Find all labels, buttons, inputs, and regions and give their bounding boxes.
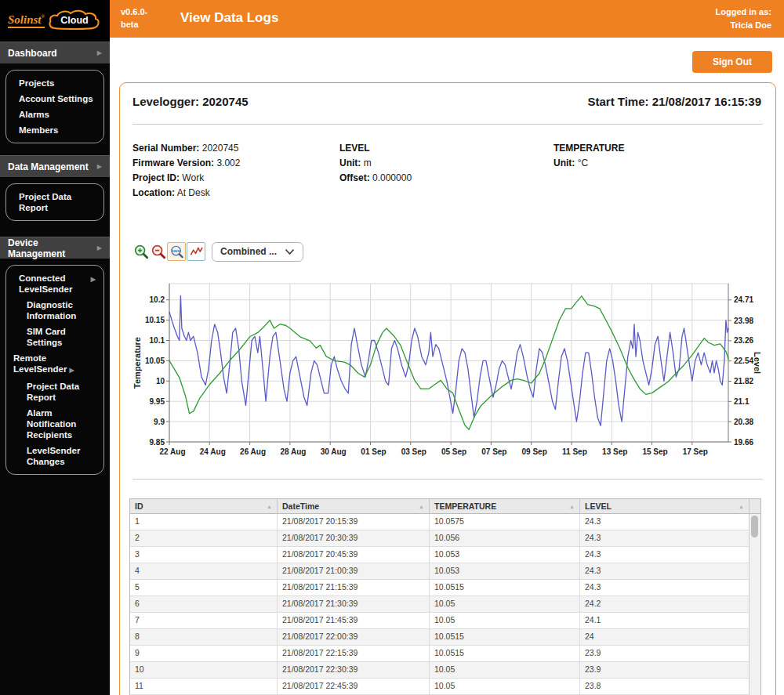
- sidebar-item-sim-card-settings[interactable]: SIM Card Settings: [6, 324, 103, 350]
- table-cell: 10.05: [430, 679, 580, 694]
- svg-text:9.85: 9.85: [150, 438, 165, 447]
- table-row: 121/08/2017 20:15:3910.057524.3: [130, 514, 760, 530]
- sidebar-item-projects[interactable]: Projects: [6, 75, 103, 91]
- svg-text:10.15: 10.15: [145, 316, 165, 324]
- svg-text:10: 10: [156, 377, 165, 386]
- sidebar-item-project-data-report[interactable]: Project Data Report: [6, 189, 103, 215]
- table-cell: 24.1: [580, 613, 750, 628]
- scrollbar-thumb[interactable]: [751, 516, 758, 538]
- sort-asc-icon: ▲: [739, 504, 744, 509]
- sidebar-section-dashboard[interactable]: Dashboard ▶: [0, 42, 110, 63]
- chevron-right-icon: ▶: [97, 49, 102, 56]
- level-info-column: LEVEL Unit: m Offset: 0.000000: [339, 141, 412, 186]
- sidebar: Solinst® Cloud Dashboard ▶ Projects Acco…: [0, 0, 110, 695]
- sidebar-item-remote-project-data-report[interactable]: Project Data Report: [6, 378, 103, 405]
- table-cell: 3: [130, 547, 278, 563]
- table-cell: 10.053: [430, 547, 580, 563]
- table-cell: 23.9: [580, 662, 750, 678]
- sidebar-section-data-management[interactable]: Data Management ▶: [0, 155, 110, 177]
- svg-text:15 Sep: 15 Sep: [642, 447, 667, 456]
- column-header-temperature[interactable]: TEMPERATURE▲: [430, 499, 580, 513]
- cloud-logo-icon: Cloud: [47, 9, 102, 33]
- table-cell: 8: [130, 629, 278, 645]
- cloud-logo-label: Cloud: [47, 15, 102, 26]
- table-row: 421/08/2017 21:00:3910.05324.3: [130, 563, 760, 580]
- table-cell: 21/08/2017 20:15:39: [278, 514, 430, 530]
- column-header-id[interactable]: ID▲: [130, 499, 278, 513]
- table-body: 121/08/2017 20:15:3910.057524.3221/08/20…: [130, 514, 760, 695]
- table-cell: 10.0515: [430, 646, 580, 661]
- sidebar-item-remote-levelsender[interactable]: Remote LevelSender▶: [6, 350, 103, 378]
- zoom-in-icon[interactable]: [132, 243, 150, 260]
- svg-text:01 Sep: 01 Sep: [361, 447, 386, 456]
- table-cell: 11: [130, 679, 278, 694]
- table-cell: 24.3: [580, 580, 750, 595]
- column-header-datetime[interactable]: DateTime▲: [278, 499, 430, 513]
- svg-text:21.82: 21.82: [734, 377, 753, 386]
- table-row: 821/08/2017 22:00:3910.051524: [130, 629, 760, 646]
- sidebar-item-alarms[interactable]: Alarms: [6, 107, 103, 122]
- sidebar-section-device-management[interactable]: Device Management ▶: [0, 237, 110, 259]
- table-row: 1021/08/2017 22:30:3910.0523.9: [130, 662, 760, 679]
- svg-text:23.98: 23.98: [734, 317, 753, 325]
- device-info-column: Serial Number: 2020745 Firmware Version:…: [132, 141, 240, 201]
- sidebar-item-account-settings[interactable]: Account Settings: [6, 91, 103, 107]
- table-cell: 5: [130, 580, 278, 595]
- table-cell: 21/08/2017 21:45:39: [278, 613, 430, 628]
- table-row: 221/08/2017 20:30:3910.05624.3: [130, 530, 760, 547]
- table-cell: 10.053: [430, 563, 580, 579]
- combined-line-chart[interactable]: 9.859.99.951010.0510.110.1510.219.6620.3…: [132, 271, 763, 469]
- table-cell: 1: [130, 514, 278, 530]
- sidebar-section-label: Data Management: [8, 161, 97, 172]
- top-header-bar: v0.6.0- beta View Data Logs Logged in as…: [110, 0, 784, 38]
- svg-text:Temperature: Temperature: [132, 337, 142, 389]
- column-header-level[interactable]: LEVEL▲: [580, 499, 750, 513]
- sort-asc-icon: ▲: [419, 504, 424, 509]
- data-management-submenu: Project Data Report: [5, 183, 104, 221]
- table-cell: 7: [130, 613, 278, 628]
- table-vertical-scrollbar[interactable]: [749, 514, 760, 695]
- table-header-row: ID▲ DateTime▲ TEMPERATURE▲ LEVEL▲: [130, 499, 760, 514]
- svg-text:30 Aug: 30 Aug: [321, 447, 347, 456]
- svg-text:9.95: 9.95: [150, 397, 165, 406]
- table-cell: 10.05: [430, 613, 580, 628]
- table-row: 321/08/2017 20:45:3910.05324.3: [130, 547, 760, 563]
- svg-text:13 Sep: 13 Sep: [602, 447, 627, 456]
- svg-text:09 Sep: 09 Sep: [522, 447, 547, 456]
- sign-out-button[interactable]: Sign Out: [692, 51, 772, 73]
- table-cell: 21/08/2017 20:30:39: [278, 530, 430, 546]
- page-title: View Data Logs: [180, 10, 278, 26]
- sidebar-item-connected-levelsender[interactable]: Connected LevelSender ▶: [6, 270, 103, 297]
- table-cell: 23.8: [580, 679, 750, 694]
- sidebar-item-diagnostic-information[interactable]: Diagnostic Information: [6, 297, 103, 324]
- app-version: v0.6.0- beta: [121, 5, 147, 31]
- table-cell: 9: [130, 646, 278, 661]
- divider: [132, 124, 763, 125]
- table-cell: 21/08/2017 22:45:39: [278, 679, 430, 694]
- zoom-out-icon[interactable]: [150, 243, 167, 260]
- line-chart-type-icon[interactable]: [187, 242, 205, 261]
- logged-in-user: Logged in as: Tricia Doe: [716, 5, 772, 32]
- svg-text:11 Sep: 11 Sep: [562, 447, 587, 456]
- svg-text:17 Sep: 17 Sep: [683, 447, 708, 456]
- sidebar-item-members[interactable]: Members: [6, 122, 103, 138]
- dashboard-submenu: Projects Account Settings Alarms Members: [5, 70, 104, 143]
- sidebar-section-label: Device Management: [8, 237, 97, 259]
- svg-text:24 Aug: 24 Aug: [200, 447, 226, 456]
- divider: [132, 479, 763, 480]
- svg-text:05 Sep: 05 Sep: [441, 447, 466, 456]
- sidebar-item-alarm-notification-recipients[interactable]: Alarm Notification Recipients: [6, 405, 103, 443]
- svg-text:07 Sep: 07 Sep: [481, 447, 506, 456]
- table-cell: 10.05: [430, 596, 580, 612]
- chart-mode-dropdown[interactable]: Combined ...: [212, 242, 303, 262]
- sidebar-item-levelsender-changes[interactable]: LevelSender Changes: [6, 443, 103, 469]
- svg-text:03 Sep: 03 Sep: [401, 447, 426, 456]
- levelogger-title: Levelogger: 2020745: [132, 95, 249, 108]
- table-cell: 21/08/2017 22:30:39: [278, 662, 430, 678]
- zoom-reset-100-icon[interactable]: 100%: [167, 242, 186, 261]
- device-management-submenu: Connected LevelSender ▶ Diagnostic Infor…: [5, 265, 104, 475]
- svg-text:9.9: 9.9: [154, 418, 165, 426]
- table-cell: 10.0515: [430, 580, 580, 595]
- chevron-down-icon: [285, 248, 295, 255]
- device-data-panel: Levelogger: 2020745 Start Time: 21/08/20…: [119, 82, 776, 695]
